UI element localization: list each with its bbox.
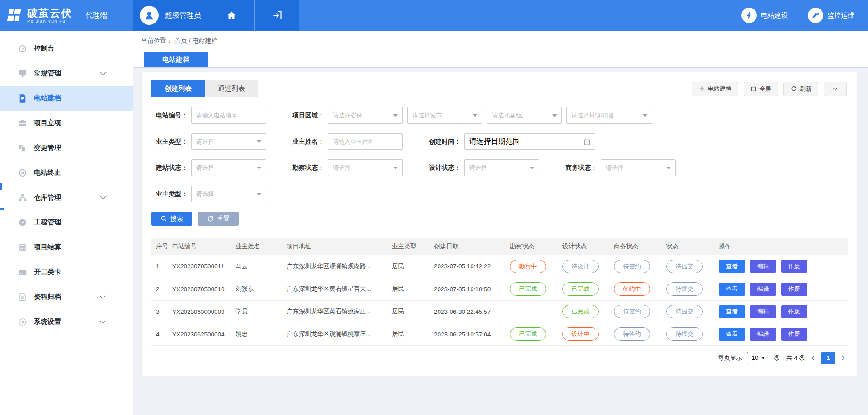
main-content: 当前位置： 首页 / 电站建档 电站建档 创建列表 通过列表 电站建档 全屏 (133, 31, 868, 415)
per-page-select[interactable]: 10 (747, 352, 769, 364)
sidebar-item-warehouse-mgmt[interactable]: 仓库管理 (0, 185, 133, 210)
status-badge: 已完成 (562, 282, 599, 296)
sidebar-item-station-archive[interactable]: 电站建档 (0, 86, 133, 111)
void-button[interactable]: 作废 (781, 305, 807, 318)
reset-button[interactable]: 重置 (198, 212, 239, 226)
city-select[interactable]: 请选择城市 (407, 107, 482, 124)
select-arrow-icon (257, 193, 261, 196)
sidebar-item-type2-card[interactable]: 开二类卡 (0, 260, 133, 284)
table-row: 3 YX2023063000009 学员 广东深圳龙华区黄石镇姚家庄... 居民… (151, 300, 848, 323)
status-badge: 设计中 (562, 327, 599, 341)
chevron-down-icon (100, 70, 106, 75)
sidebar-item-data-archive[interactable]: 资料归档 (0, 284, 133, 309)
void-button[interactable]: 作废 (781, 283, 807, 296)
view-button[interactable]: 查看 (719, 305, 745, 318)
nav-station-construction[interactable]: 电站建设 (741, 8, 788, 23)
owner-name-label: 业主姓名： (288, 138, 324, 146)
build-status-select[interactable]: 请选择 (191, 159, 266, 176)
chevron-down-icon (100, 293, 106, 299)
refresh-button[interactable]: 刷新 (783, 82, 818, 96)
select-arrow-icon (257, 140, 261, 143)
sidebar-item-project-initiation[interactable]: 项目立项 (0, 111, 133, 135)
next-page-button[interactable] (840, 354, 847, 362)
gauge-icon (18, 44, 27, 53)
copy-icon (18, 144, 27, 153)
business-status-select[interactable]: 请选择 (601, 159, 676, 176)
sidebar-item-project-settlement[interactable]: 项目结算 (0, 235, 133, 260)
nav-monitoring-ops[interactable]: 监控运维 (808, 8, 854, 23)
home-button[interactable] (208, 0, 254, 31)
calendar-icon (583, 138, 590, 145)
date-range-picker[interactable]: 请选择日期范围 (464, 133, 595, 150)
page-number-button[interactable]: 1 (821, 352, 835, 364)
table-row: 1 YX2023070500011 马云 广东深圳龙华区观澜镇观湖路... 居民… (151, 255, 848, 278)
status-badge: 待设计 (562, 260, 599, 273)
select-arrow-icon (643, 114, 647, 117)
county-select[interactable]: 请选择县/区 (487, 107, 562, 124)
sidebar-item-engineering-mgmt[interactable]: 工程管理 (0, 210, 133, 235)
select-arrow-icon (666, 167, 671, 169)
void-button[interactable]: 作废 (781, 260, 807, 273)
fullscreen-button[interactable]: 全屏 (744, 82, 778, 96)
design-status-select[interactable]: 请选择 (464, 159, 539, 176)
monitor-icon (18, 69, 27, 78)
owner-type-select[interactable]: 请选择 (191, 133, 266, 150)
brand-logo-icon (6, 8, 23, 23)
void-button[interactable]: 作废 (781, 328, 807, 341)
edit-button[interactable]: 编辑 (750, 328, 776, 341)
sitemap-icon (18, 193, 27, 202)
survey-status-select[interactable]: 请选择 (328, 159, 403, 176)
sidebar-item-general-mgmt[interactable]: 常规管理 (0, 61, 133, 86)
edit-button[interactable]: 编辑 (750, 283, 776, 296)
province-select[interactable]: 请选择省份 (328, 107, 403, 124)
lightning-icon (745, 11, 754, 20)
sidebar-item-change-mgmt[interactable]: 变更管理 (0, 135, 133, 160)
view-button[interactable]: 查看 (719, 328, 745, 341)
chevron-down-icon (832, 85, 839, 92)
status-badge: 签约中 (614, 282, 650, 296)
view-button[interactable]: 查看 (719, 260, 745, 273)
chevron-down-icon (100, 194, 106, 200)
status-badge: 已完成 (562, 305, 599, 318)
breadcrumb: 当前位置： 首页 / 电站建档 (141, 37, 218, 45)
table-header-row: 序号 电站编号 业主姓名 项目地址 业主类型 创建日期 勘察状态 设计状态 商务… (151, 238, 848, 255)
calculator-icon (18, 243, 27, 252)
survey-status-label: 勘察状态： (288, 164, 324, 172)
collapse-toggle-button[interactable] (824, 82, 847, 96)
page-tab-station-archive[interactable]: 电站建档 (144, 52, 208, 67)
sidebar-item-system-settings[interactable]: 系统设置 (0, 309, 133, 334)
prev-page-button[interactable] (810, 354, 817, 362)
tab-create-list[interactable]: 创建列表 (151, 80, 205, 97)
design-status-label: 设计状态： (425, 164, 461, 172)
station-no-label: 电站编号： (151, 112, 188, 120)
per-page-label: 每页显示 (718, 354, 742, 362)
edit-button[interactable]: 编辑 (750, 305, 776, 318)
station-no-input[interactable] (191, 107, 266, 124)
view-button[interactable]: 查看 (719, 283, 745, 296)
status-badge: 待提交 (666, 282, 703, 296)
user-menu[interactable]: 超级管理员 (133, 0, 208, 31)
sidebar-item-station-termination[interactable]: 电站终止 (0, 160, 133, 185)
search-button[interactable]: 搜索 (151, 212, 192, 226)
meter-icon (18, 218, 27, 227)
breadcrumb-path[interactable]: 首页 / 电站建档 (175, 37, 218, 44)
plus-icon (698, 85, 705, 92)
archive-icon (18, 293, 27, 302)
user-icon (143, 9, 155, 21)
settings-icon (18, 317, 27, 326)
town-select[interactable]: 请选择村镇/街道 (566, 107, 652, 124)
tab-approved-list[interactable]: 通过列表 (205, 80, 258, 97)
breadcrumb-prefix: 当前位置： (141, 37, 173, 44)
status-badge: 已完成 (510, 327, 546, 341)
list-panel: 创建列表 通过列表 电站建档 全屏 刷新 (141, 72, 857, 376)
status-badge: 待提交 (666, 305, 703, 318)
create-station-button[interactable]: 电站建档 (692, 82, 738, 96)
edit-button[interactable]: 编辑 (750, 260, 776, 273)
owner-type2-select[interactable]: 请选择 (191, 186, 266, 202)
select-arrow-icon (257, 167, 261, 169)
owner-name-input[interactable] (328, 133, 403, 150)
sidebar-item-dashboard[interactable]: 控制台 (0, 36, 133, 61)
sidebar-edge-mark (0, 183, 2, 190)
stations-table: 序号 电站编号 业主姓名 项目地址 业主类型 创建日期 勘察状态 设计状态 商务… (151, 238, 848, 346)
logout-button[interactable] (254, 0, 299, 31)
